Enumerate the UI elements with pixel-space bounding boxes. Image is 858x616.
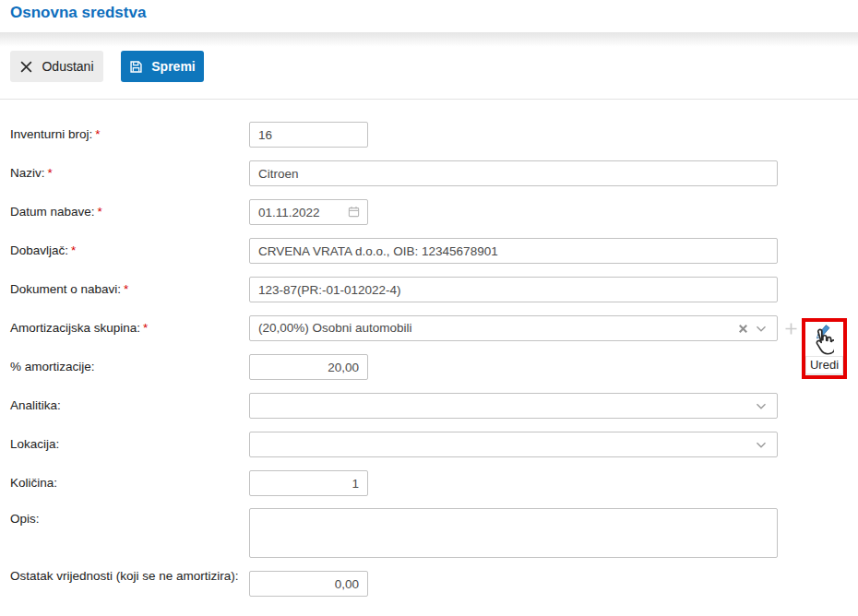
label-datum-nabave: Datum nabave:* (10, 205, 243, 219)
label-ostatak-vrijednosti: Ostatak vrijednosti (koji se ne amortizi… (10, 569, 243, 584)
naziv-input[interactable] (249, 160, 778, 186)
chevron-down-icon[interactable] (756, 442, 767, 449)
chevron-down-icon[interactable] (756, 403, 767, 410)
required-asterisk: * (143, 321, 148, 335)
label-naziv: Naziv:* (10, 166, 243, 181)
cancel-button[interactable]: Odustani (10, 51, 103, 82)
cancel-button-label: Odustani (42, 59, 93, 74)
x-icon (19, 60, 33, 74)
label-opis: Opis: (10, 512, 243, 527)
label-analitika: Analitika: (10, 398, 243, 413)
lokacija-select[interactable] (249, 432, 778, 457)
label-amortizacijska-skupina: Amortizacijska skupina:* (10, 321, 243, 336)
opis-textarea[interactable] (249, 508, 778, 558)
label-dokument-o-nabavi: Dokument o nabavi:* (10, 282, 243, 297)
postotak-amortizacije-input[interactable] (249, 354, 368, 380)
amortizacijska-skupina-value: (20,00%) Osobni automobili (258, 316, 412, 340)
required-asterisk: * (95, 127, 100, 141)
dobavljac-input[interactable] (249, 238, 778, 264)
datum-nabave-field (249, 199, 368, 225)
calendar-icon[interactable] (348, 206, 360, 218)
required-asterisk: * (124, 282, 128, 296)
floppy-disk-icon (129, 60, 143, 74)
edit-highlight-box: Uredi (802, 318, 847, 379)
x-clear-icon[interactable] (738, 324, 748, 334)
label-dobavljac: Dobavljač:* (10, 243, 243, 258)
save-button[interactable]: Spremi (121, 51, 204, 82)
pencil-icon[interactable] (813, 323, 832, 340)
save-button-label: Spremi (151, 59, 195, 74)
inventurni-broj-input[interactable] (249, 122, 368, 148)
edit-tooltip: Uredi (805, 356, 843, 374)
label-postotak-amortizacije: % amortizacije: (10, 360, 243, 374)
ostatak-vrijednosti-input[interactable] (249, 571, 368, 597)
label-kolicina: Količina: (10, 476, 243, 491)
analitika-select[interactable] (249, 393, 778, 419)
amortizacijska-skupina-select[interactable]: (20,00%) Osobni automobili (249, 315, 778, 341)
osnovna-sredstva-form-page: Osnovna sredstva Odustani Spremi Inventu… (0, 0, 858, 616)
dokument-o-nabavi-input[interactable] (249, 277, 778, 302)
toolbar-divider (0, 99, 858, 100)
required-asterisk: * (98, 205, 102, 219)
kolicina-input[interactable] (249, 470, 368, 496)
add-skupina-button[interactable] (784, 322, 798, 336)
required-asterisk: * (48, 166, 53, 180)
label-lokacija: Lokacija: (10, 437, 243, 452)
label-inventurni-broj: Inventurni broj:* (10, 127, 243, 142)
required-asterisk: * (71, 243, 76, 257)
page-title: Osnovna sredstva (10, 4, 146, 22)
chevron-down-icon[interactable] (756, 326, 767, 333)
header-divider (0, 32, 858, 47)
